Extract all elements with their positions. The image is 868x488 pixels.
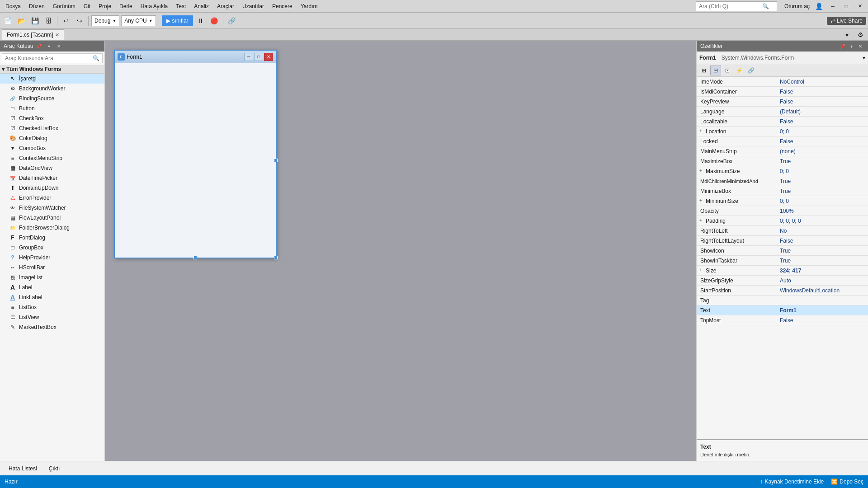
prop-value-locked[interactable]: False — [778, 138, 868, 145]
prop-name-size[interactable]: Size — [697, 267, 778, 274]
prop-value-imemode[interactable]: NoControl — [778, 79, 868, 85]
toolbox-item-3[interactable]: □ Button — [0, 103, 104, 113]
toolbox-item-25[interactable]: ✎ MarkedTextBox — [0, 322, 104, 332]
toolbox-item-7[interactable]: ▾ ComboBox — [0, 143, 104, 153]
prop-value-sizegripstyle[interactable]: Auto — [778, 277, 868, 284]
menu-uzantilar[interactable]: Uzantılar — [239, 2, 268, 10]
tab-settings-btn[interactable]: ⚙ — [854, 29, 866, 41]
toolbox-item-13[interactable]: 👁 FileSystemWatcher — [0, 203, 104, 213]
properties-close-btn[interactable]: ✕ — [856, 42, 864, 50]
prop-value-righttoleft[interactable]: No — [778, 228, 868, 234]
branch-button[interactable]: 🔀 Depo Seç — [831, 479, 863, 485]
menu-test[interactable]: Test — [172, 2, 189, 10]
toolbox-item-20[interactable]: 🖼 ImageList — [0, 272, 104, 282]
menu-yardim[interactable]: Yardım — [297, 2, 321, 10]
resize-handle-middle-right[interactable] — [274, 159, 278, 162]
toolbox-search-input[interactable] — [5, 55, 93, 61]
menu-hata[interactable]: Hata Ayıkla — [137, 2, 171, 10]
toolbox-item-2[interactable]: 🔗 BindingSource — [0, 94, 104, 103]
prop-tool-props-btn[interactable]: ⊡ — [722, 66, 733, 75]
prop-name-location[interactable]: Location — [697, 128, 778, 135]
toolbar-redo-btn[interactable]: ↪ — [74, 15, 85, 27]
tab-dropdown-btn[interactable]: ▾ — [841, 29, 853, 41]
prop-value-minimumsize[interactable]: 0; 0 — [778, 198, 868, 204]
toolbox-item-0[interactable]: ↖ İşaretçi — [0, 74, 104, 84]
form-body[interactable] — [115, 63, 276, 258]
toolbox-dropdown-btn[interactable]: ▾ — [45, 42, 53, 50]
tab-form1-design-close[interactable]: ✕ — [55, 32, 59, 38]
menu-analiz[interactable]: Analiz — [190, 2, 212, 10]
prop-value-maximumsize[interactable]: 0; 0 — [778, 168, 868, 174]
close-button[interactable]: ✕ — [854, 2, 866, 11]
toolbox-group-all-windows[interactable]: ▾ Tüm Windows Forms — [0, 65, 104, 74]
designer-area[interactable]: F Form1 ─ □ ✕ — [105, 41, 696, 461]
toolbar-open-btn[interactable]: 📂 — [15, 15, 27, 27]
properties-pin-btn[interactable]: 📌 — [838, 42, 846, 50]
prop-value-minimizebox[interactable]: True — [778, 188, 868, 194]
global-search-input[interactable] — [699, 3, 762, 9]
toolbox-close-btn[interactable]: ✕ — [55, 42, 63, 50]
tab-form1-design[interactable]: Form1.cs [Tasarım] ✕ — [2, 29, 64, 40]
source-control-button[interactable]: ↑ Kaynak Denetimine Ekle — [760, 479, 824, 485]
prop-value-startposition[interactable]: WindowsDefaultLocation — [778, 287, 868, 294]
global-search-box[interactable]: 🔍 — [696, 1, 777, 11]
menu-gorunum[interactable]: Görünüm — [49, 2, 79, 10]
bottom-tab-cikti[interactable]: Çıktı — [44, 464, 65, 473]
toolbox-item-8[interactable]: ≡ ContextMenuStrip — [0, 153, 104, 163]
menu-araclar[interactable]: Araçlar — [213, 2, 238, 10]
maximize-button[interactable]: □ — [840, 2, 853, 11]
properties-object-selector[interactable]: Form1 System.Windows.Forms.Form ▾ — [697, 52, 868, 64]
menu-derle[interactable]: Derle — [116, 2, 136, 10]
toolbar-undo-btn[interactable]: ↩ — [60, 15, 72, 27]
prop-name-minimumsize[interactable]: MinimumSize — [697, 198, 778, 204]
toolbar-new-btn[interactable]: 📄 — [2, 15, 14, 27]
toolbox-item-10[interactable]: 📅 DateTimePicker — [0, 173, 104, 183]
toolbar-stop-btn[interactable]: 🔴 — [208, 15, 220, 27]
toolbox-item-11[interactable]: ⬆ DomainUpDown — [0, 183, 104, 193]
prop-value-padding[interactable]: 0; 0; 0; 0 — [778, 218, 868, 224]
toolbar-saveall-btn[interactable]: 🗄 — [42, 15, 54, 27]
properties-dropdown-btn[interactable]: ▾ — [847, 42, 855, 50]
prop-value-mainmenustrip[interactable]: (none) — [778, 148, 868, 155]
toolbar-save-btn[interactable]: 💾 — [29, 15, 41, 27]
form-close-btn[interactable]: ✕ — [264, 53, 273, 61]
menu-pencere[interactable]: Pencere — [269, 2, 296, 10]
user-account[interactable]: Oturum aç — [784, 3, 810, 9]
prop-value-maximizebox[interactable]: True — [778, 158, 868, 164]
menu-proje[interactable]: Proje — [95, 2, 115, 10]
toolbar-pause-btn[interactable]: ⏸ — [195, 15, 207, 27]
debug-mode-dropdown[interactable]: Debug ▼ — [91, 15, 119, 26]
prop-value-localizable[interactable]: False — [778, 118, 868, 125]
toolbox-item-15[interactable]: 📁 FolderBrowserDialog — [0, 223, 104, 233]
prop-name-maximumsize[interactable]: MaximumSize — [697, 168, 778, 174]
toolbox-item-19[interactable]: ↔ HScrollBar — [0, 263, 104, 272]
toolbox-item-22[interactable]: A LinkLabel — [0, 292, 104, 302]
form-minimize-btn[interactable]: ─ — [244, 53, 253, 61]
prop-value-size[interactable]: 324; 417 — [778, 267, 868, 274]
toolbar-attach-btn[interactable]: 🔗 — [226, 15, 238, 27]
prop-value-righttoleftlayout[interactable]: False — [778, 238, 868, 244]
prop-value-showintaskbar[interactable]: True — [778, 258, 868, 264]
prop-name-padding[interactable]: Padding — [697, 218, 778, 224]
toolbox-item-14[interactable]: ▤ FlowLayoutPanel — [0, 213, 104, 223]
live-share-button[interactable]: ⇄ Live Share — [827, 17, 866, 25]
menu-duzen[interactable]: Düzen — [25, 2, 48, 10]
minimize-button[interactable]: ─ — [826, 2, 839, 11]
toolbox-item-1[interactable]: ⚙ BackgroundWorker — [0, 84, 104, 94]
toolbox-item-16[interactable]: F FontDialog — [0, 233, 104, 243]
toolbox-item-18[interactable]: ? HelpProvider — [0, 253, 104, 263]
prop-tool-propbinding-btn[interactable]: 🔗 — [745, 66, 756, 75]
prop-value-text[interactable]: Form1 — [778, 307, 868, 314]
form-maximize-btn[interactable]: □ — [254, 53, 263, 61]
resize-handle-bottom-middle[interactable] — [193, 256, 197, 259]
prop-value-language[interactable]: (Default) — [778, 108, 868, 115]
menu-dosya[interactable]: Dosya — [2, 2, 24, 10]
prop-tool-category-btn[interactable]: ⊞ — [698, 66, 709, 75]
bottom-tab-hata-listesi[interactable]: Hata Listesi — [4, 464, 42, 473]
toolbox-item-9[interactable]: ▦ DataGridView — [0, 163, 104, 173]
prop-value-location[interactable]: 0; 0 — [778, 128, 868, 135]
toolbox-item-12[interactable]: ⚠ ErrorProvider — [0, 193, 104, 203]
prop-tool-alphabetical-btn[interactable]: ⊟ — [710, 66, 721, 75]
run-button[interactable]: ▶ sınıflar — [162, 15, 193, 26]
prop-value-mdichildren[interactable]: True — [778, 178, 868, 184]
